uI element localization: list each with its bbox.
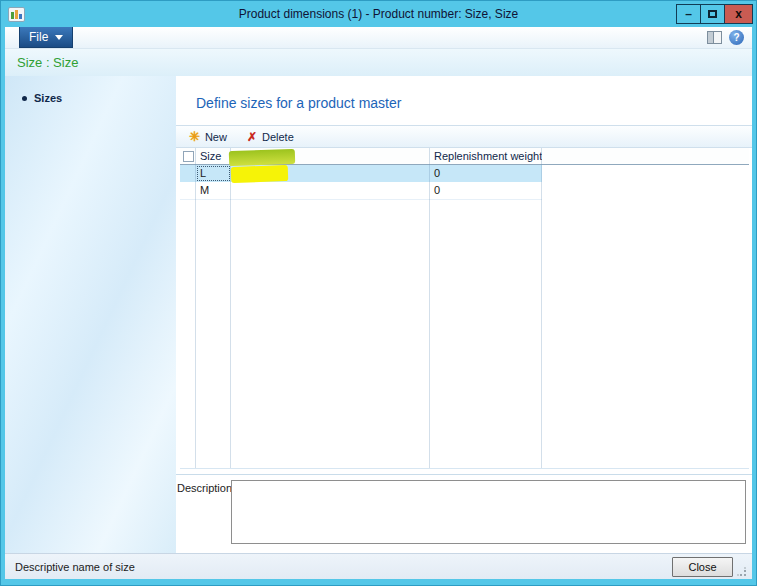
delete-button[interactable]: ✗ Delete [239, 128, 302, 146]
select-all-cell [180, 148, 196, 164]
chevron-down-icon [55, 35, 63, 40]
resize-grip-icon[interactable] [737, 567, 746, 576]
column-header-filler [542, 148, 749, 164]
description-field[interactable] [231, 480, 746, 544]
size-cell[interactable]: L [196, 165, 231, 182]
sidebar-item-sizes[interactable]: Sizes [22, 92, 176, 104]
status-text: Descriptive name of size [15, 561, 135, 573]
table-row[interactable]: M 0 [180, 182, 749, 199]
grid-toolbar: ✳ New ✗ Delete [176, 125, 752, 148]
main-panel: Define sizes for a product master ✳ New … [176, 76, 752, 553]
product-dimensions-window: Product dimensions (1) - Product number:… [0, 0, 757, 586]
help-icon[interactable]: ? [729, 30, 744, 45]
description-panel: Description: [176, 474, 752, 553]
menu-strip: File ? [5, 27, 752, 49]
grid-column-line [195, 148, 196, 468]
highlight-mark-row2 [231, 165, 289, 183]
new-icon: ✳ [189, 129, 200, 144]
titlebar[interactable]: Product dimensions (1) - Product number:… [1, 1, 756, 27]
sizes-grid: Size Name Replenishment weight L 0 [180, 148, 749, 469]
new-button-label: New [205, 131, 227, 143]
breadcrumb-text: Size : Size [17, 55, 78, 70]
delete-icon: ✗ [247, 130, 257, 144]
maximize-icon [708, 10, 717, 18]
window-content: File ? Size : Size Sizes Define sizes fo… [5, 27, 752, 579]
bullet-icon [22, 96, 27, 101]
filler-cell [542, 165, 749, 182]
grid-column-line [541, 148, 542, 468]
file-menu-button[interactable]: File [19, 27, 73, 48]
row-select-cell[interactable] [180, 165, 196, 182]
size-cell[interactable]: M [196, 182, 231, 199]
column-header-weight[interactable]: Replenishment weight [430, 148, 542, 164]
column-header-size[interactable]: Size [196, 148, 231, 164]
row-select-cell[interactable] [180, 182, 196, 199]
minimize-button[interactable]: – [676, 4, 701, 24]
name-cell[interactable] [231, 182, 430, 199]
sidebar-item-label: Sizes [34, 92, 62, 104]
filler-cell [542, 182, 749, 199]
status-bar: Descriptive name of size Close [5, 553, 752, 579]
grid-column-line [230, 148, 231, 468]
row-separator [180, 199, 542, 200]
grid-column-line [429, 148, 430, 468]
breadcrumb: Size : Size [5, 49, 752, 76]
page-title: Define sizes for a product master [196, 95, 752, 111]
toggle-panel-icon[interactable] [707, 31, 722, 44]
file-menu-label: File [29, 30, 48, 44]
select-all-checkbox[interactable] [183, 151, 194, 162]
highlight-mark-row1 [229, 149, 295, 166]
window-controls: – x [677, 4, 753, 24]
weight-cell[interactable]: 0 [430, 165, 542, 182]
delete-button-label: Delete [262, 131, 294, 143]
description-label: Description: [177, 480, 231, 494]
new-button[interactable]: ✳ New [181, 127, 235, 146]
sidebar: Sizes [5, 76, 176, 553]
weight-cell[interactable]: 0 [430, 182, 542, 199]
close-button[interactable]: Close [672, 557, 733, 577]
close-window-button[interactable]: x [724, 4, 753, 24]
maximize-button[interactable] [700, 4, 725, 24]
window-title: Product dimensions (1) - Product number:… [1, 7, 756, 21]
